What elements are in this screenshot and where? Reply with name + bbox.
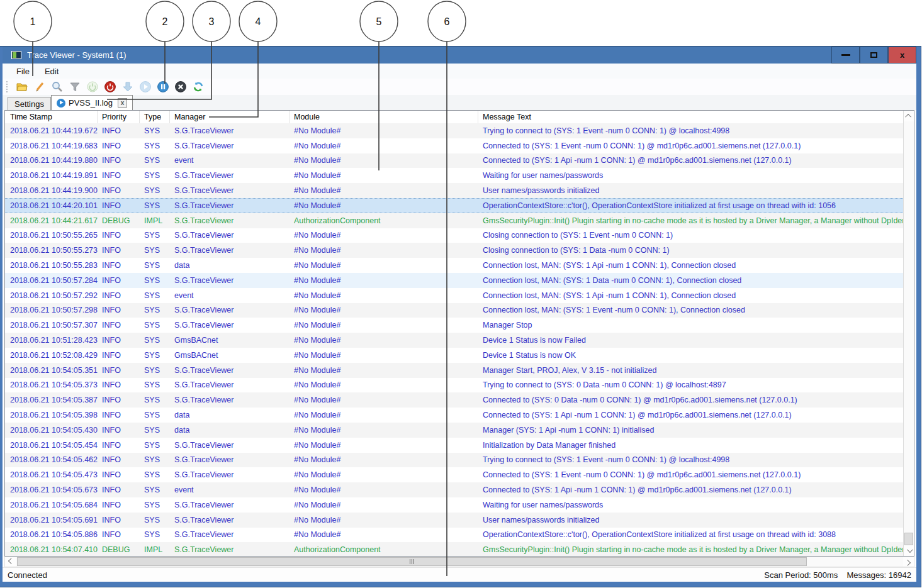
table-row[interactable]: 2018.06.21 10:44:21.617DEBUGIMPLS.G.Trac… xyxy=(5,213,903,228)
table-row[interactable]: 2018.06.21 10:44:19.891INFOSYSS.G.TraceV… xyxy=(5,168,903,183)
toolbar-grip xyxy=(6,81,9,92)
table-row[interactable]: 2018.06.21 10:54:05.398INFOSYSdata#No Mo… xyxy=(5,408,903,423)
connection-status: Connected xyxy=(8,570,47,580)
table-row[interactable]: 2018.06.21 10:54:05.373INFOSYSS.G.TraceV… xyxy=(5,378,903,393)
cell-priority: INFO xyxy=(98,246,140,255)
table-row[interactable]: 2018.06.21 10:50:57.307INFOSYSS.G.TraceV… xyxy=(5,318,903,333)
stop-button[interactable] xyxy=(103,80,116,94)
tab-settings[interactable]: Settings xyxy=(8,97,51,110)
table-row[interactable]: 2018.06.21 10:54:05.454INFOSYSS.G.TraceV… xyxy=(5,438,903,453)
horizontal-scrollbar[interactable] xyxy=(4,557,914,567)
cell-message: Manager Stop xyxy=(478,321,903,330)
cell-message: User names/passwords initialized xyxy=(478,516,903,524)
edit-button[interactable] xyxy=(33,80,46,94)
table-row[interactable]: 2018.06.21 10:54:05.684INFOSYSS.G.TraceV… xyxy=(5,497,903,513)
messages-count-label: Messages: 16942 xyxy=(846,570,911,580)
maximize-button[interactable] xyxy=(860,47,888,64)
scroll-left-arrow[interactable] xyxy=(5,557,16,567)
cell-module: #No Module# xyxy=(290,261,478,270)
titlebar[interactable]: Trace Viewer - System1 (1) x xyxy=(3,47,916,64)
cell-module: #No Module# xyxy=(290,501,478,509)
table-row[interactable]: 2018.06.21 10:50:57.298INFOSYSS.G.TraceV… xyxy=(5,303,903,318)
scroll-up-arrow[interactable] xyxy=(904,111,914,121)
table-row[interactable]: 2018.06.21 10:44:19.900INFOSYSS.G.TraceV… xyxy=(5,183,903,198)
minimize-icon xyxy=(841,54,850,56)
chevron-right-icon xyxy=(904,559,911,565)
close-button[interactable]: x xyxy=(888,47,916,64)
minimize-button[interactable] xyxy=(831,47,860,64)
refresh-button[interactable] xyxy=(191,80,205,94)
menu-edit[interactable]: Edit xyxy=(45,67,59,76)
vertical-scrollbar[interactable] xyxy=(903,111,914,556)
cell-timestamp: 2018.06.21 10:54:05.473 xyxy=(5,470,98,479)
table-row[interactable]: 2018.06.21 10:51:28.423INFOSYSGmsBACnet#… xyxy=(5,333,903,348)
table-row[interactable]: 2018.06.21 10:54:05.351INFOSYSS.G.TraceV… xyxy=(5,363,903,378)
cell-message: Connected to (SYS: 1 Api -num 1 CONN: 1)… xyxy=(478,411,903,419)
table-row[interactable]: 2018.06.21 10:54:07.410DEBUGIMPLS.G.Trac… xyxy=(5,542,903,556)
col-header-module[interactable]: Module xyxy=(290,111,478,123)
table-row[interactable]: 2018.06.21 10:54:05.691INFOSYSS.G.TraceV… xyxy=(5,513,903,528)
vertical-scroll-track[interactable] xyxy=(904,121,914,545)
cell-timestamp: 2018.06.21 10:54:05.886 xyxy=(5,530,98,539)
cell-type: IMPL xyxy=(140,216,170,225)
cell-message: Connection lost, MAN: (SYS: 1 Data -num … xyxy=(478,276,903,285)
cell-message: Connected to (SYS: 0 Data -num 0 CONN: 1… xyxy=(478,396,903,404)
cell-module: #No Module# xyxy=(290,231,478,240)
cell-module: #No Module# xyxy=(290,336,478,345)
scroll-right-arrow[interactable] xyxy=(903,557,914,567)
col-header-priority[interactable]: Priority xyxy=(98,111,140,123)
cell-module: #No Module# xyxy=(290,426,478,435)
table-row[interactable]: 2018.06.21 10:44:19.672INFOSYSS.G.TraceV… xyxy=(5,123,903,138)
tab-close-icon[interactable]: x xyxy=(118,98,127,108)
pause-button[interactable] xyxy=(156,80,169,94)
search-button[interactable] xyxy=(50,80,64,94)
col-header-type[interactable]: Type xyxy=(140,111,170,123)
resume-button[interactable] xyxy=(138,80,152,94)
table-row[interactable]: 2018.06.21 10:50:55.283INFOSYSdata#No Mo… xyxy=(5,258,903,273)
table-row[interactable]: 2018.06.21 10:50:55.273INFOSYSS.G.TraceV… xyxy=(5,243,903,258)
table-row[interactable]: 2018.06.21 10:54:05.886INFOSYSS.G.TraceV… xyxy=(5,528,903,543)
cell-type: SYS xyxy=(140,306,170,314)
cell-priority: INFO xyxy=(98,485,140,494)
start-button[interactable] xyxy=(86,80,99,94)
table-row[interactable]: 2018.06.21 10:54:05.473INFOSYSS.G.TraceV… xyxy=(5,467,903,482)
cell-type: SYS xyxy=(140,516,170,524)
table-header: Time Stamp Priority Type Manager Module … xyxy=(5,111,903,123)
col-header-message[interactable]: Message Text xyxy=(478,111,903,123)
arrow-down-icon xyxy=(121,80,134,93)
cell-priority: INFO xyxy=(98,306,140,314)
horizontal-scroll-thumb[interactable] xyxy=(17,557,807,566)
cell-type: SYS xyxy=(140,396,170,404)
table-row[interactable]: 2018.06.21 10:54:05.387INFOSYSS.G.TraceV… xyxy=(5,392,903,408)
table-row[interactable]: 2018.06.21 10:52:08.429INFOSYSGmsBACnet#… xyxy=(5,348,903,363)
clear-button[interactable] xyxy=(174,80,187,94)
cell-type: SYS xyxy=(140,141,170,150)
table-row[interactable]: 2018.06.21 10:44:20.101INFOSYSS.G.TraceV… xyxy=(5,198,903,213)
cell-type: SYS xyxy=(140,231,170,240)
filter-button[interactable] xyxy=(68,80,81,94)
col-header-timestamp[interactable]: Time Stamp xyxy=(5,111,98,123)
scroll-down-button[interactable] xyxy=(121,80,134,94)
table-row[interactable]: 2018.06.21 10:54:05.462INFOSYSS.G.TraceV… xyxy=(5,453,903,468)
cell-timestamp: 2018.06.21 10:44:19.880 xyxy=(5,156,98,165)
tab-pvss-log[interactable]: PVSS_II.log x xyxy=(51,95,133,110)
callout-circle-5 xyxy=(360,1,398,42)
vertical-scroll-thumb[interactable] xyxy=(904,533,913,545)
cell-manager: S.G.TraceViewer xyxy=(170,470,290,479)
menu-file[interactable]: File xyxy=(16,67,30,76)
table-row[interactable]: 2018.06.21 10:50:55.265INFOSYSS.G.TraceV… xyxy=(5,228,903,243)
table-row[interactable]: 2018.06.21 10:44:19.683INFOSYSS.G.TraceV… xyxy=(5,138,903,153)
table-row[interactable]: 2018.06.21 10:54:05.430INFOSYSdata#No Mo… xyxy=(5,423,903,438)
scroll-down-arrow[interactable] xyxy=(904,545,914,556)
cell-module: #No Module# xyxy=(290,126,478,135)
horizontal-scroll-track[interactable] xyxy=(16,557,903,567)
table-row[interactable]: 2018.06.21 10:54:05.673INFOSYSevent#No M… xyxy=(5,482,903,497)
table-row[interactable]: 2018.06.21 10:44:19.880INFOSYSevent#No M… xyxy=(5,153,903,169)
open-button[interactable] xyxy=(15,80,28,94)
app-icon xyxy=(11,51,21,59)
cell-module: AuthorizationComponent xyxy=(290,545,478,554)
table-row[interactable]: 2018.06.21 10:50:57.284INFOSYSS.G.TraceV… xyxy=(5,273,903,288)
col-header-manager[interactable]: Manager xyxy=(170,111,290,123)
cell-manager: S.G.TraceViewer xyxy=(170,231,290,240)
table-row[interactable]: 2018.06.21 10:50:57.292INFOSYSevent#No M… xyxy=(5,288,903,303)
